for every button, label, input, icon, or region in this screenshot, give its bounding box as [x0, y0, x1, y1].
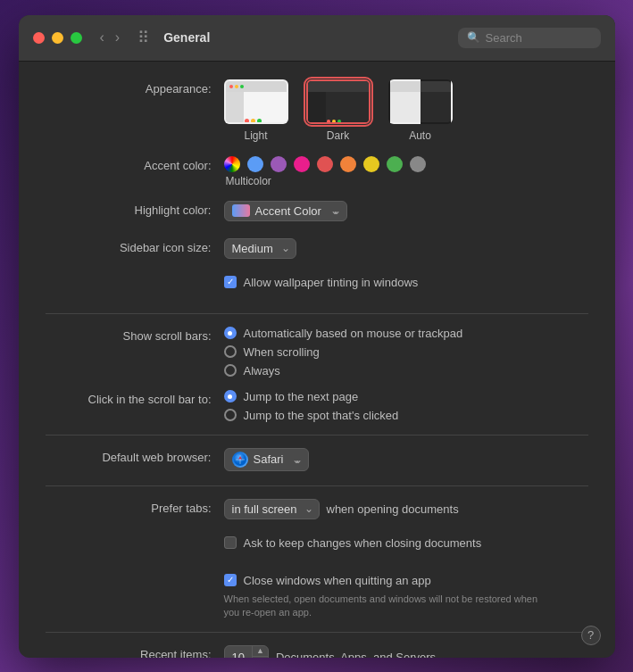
wallpaper-tinting-setting: ✓ Allow wallpaper tinting in windows — [46, 276, 588, 301]
appearance-label: Appearance: — [46, 79, 224, 97]
scroll-bars-scrolling-row[interactable]: When scrolling — [224, 345, 463, 359]
prefer-tabs-select-wrapper[interactable]: always in full screen manually — [224, 499, 320, 519]
recent-items-setting: Recent items: 10 ▲ ▼ Documents, Apps, an… — [46, 645, 588, 657]
accent-blue[interactable] — [247, 156, 263, 172]
click-spot-clicked-row[interactable]: Jump to the spot that's clicked — [224, 409, 399, 422]
recent-items-label: Recent items: — [46, 645, 224, 657]
wallpaper-tinting-content: ✓ Allow wallpaper tinting in windows — [224, 276, 588, 289]
wallpaper-tinting-label: Allow wallpaper tinting in windows — [244, 276, 419, 289]
accent-yellow[interactable] — [363, 156, 379, 172]
recent-items-value: 10 — [225, 651, 252, 658]
click-scroll-bar-setting: Click in the scroll bar to: Jump to the … — [46, 390, 588, 422]
safari-icon — [232, 452, 248, 468]
sidebar-icon-size-label: Sidebar icon size: — [46, 238, 224, 256]
ask-keep-changes-label: Ask to keep changes when closing documen… — [244, 536, 482, 550]
wallpaper-tinting-checkbox-row[interactable]: ✓ Allow wallpaper tinting in windows — [224, 276, 419, 289]
accent-green[interactable] — [387, 156, 403, 172]
accent-graphite[interactable] — [410, 156, 426, 172]
accent-red[interactable] — [317, 156, 333, 172]
prefer-tabs-setting: Prefer tabs: always in full screen manua… — [46, 499, 588, 524]
click-next-page-row[interactable]: Jump to the next page — [224, 390, 399, 403]
scroll-bars-scrolling-label: When scrolling — [244, 345, 320, 359]
scroll-bars-auto-row[interactable]: Automatically based on mouse or trackpad — [224, 327, 463, 340]
highlight-gradient — [232, 204, 250, 217]
highlight-color-value: Accent Color — [255, 204, 321, 218]
scroll-bars-scrolling-radio[interactable] — [224, 345, 237, 358]
help-button[interactable]: ? — [581, 626, 601, 645]
search-bar[interactable]: 🔍 — [458, 28, 601, 48]
accent-color-content: Multicolor — [224, 156, 588, 188]
search-input[interactable] — [486, 31, 593, 45]
maximize-button[interactable] — [71, 32, 82, 44]
close-windows-checkbox[interactable]: ✓ — [224, 574, 237, 586]
accent-purple[interactable] — [271, 156, 287, 172]
prefer-tabs-select[interactable]: always in full screen manually — [224, 499, 320, 519]
search-icon: 🔍 — [467, 31, 480, 44]
default-browser-box[interactable]: Safari ⌄ — [224, 448, 310, 471]
click-next-page-radio[interactable] — [224, 390, 237, 402]
recent-items-suffix: Documents, Apps, and Servers — [276, 651, 436, 658]
checkmark-icon: ✓ — [227, 278, 234, 286]
prefer-tabs-suffix: when opening documents — [327, 502, 459, 516]
ask-keep-changes-setting: Ask to keep changes when closing documen… — [46, 536, 588, 561]
window-inner: Appearance: — [19, 62, 615, 658]
show-scroll-bars-content: Automatically based on mouse or trackpad… — [224, 327, 588, 377]
recent-items-row: 10 ▲ ▼ Documents, Apps, and Servers — [224, 645, 437, 657]
ask-keep-changes-content: Ask to keep changes when closing documen… — [224, 536, 588, 550]
browser-chevron-icon: ⌄ — [292, 453, 301, 466]
forward-button[interactable]: › — [112, 29, 123, 46]
prefer-tabs-label: Prefer tabs: — [46, 499, 224, 517]
titlebar: ‹ › ⠿ General 🔍 — [19, 15, 615, 62]
prefer-tabs-content: always in full screen manually when open… — [224, 499, 588, 519]
scroll-bars-always-row[interactable]: Always — [224, 364, 463, 377]
highlight-color-setting: Highlight color: Accent Color ⌄ — [46, 201, 588, 226]
back-button[interactable]: ‹ — [96, 29, 108, 46]
recent-items-content: 10 ▲ ▼ Documents, Apps, and Servers — [224, 645, 588, 657]
appearance-dark-label: Dark — [327, 129, 349, 142]
show-scroll-bars-setting: Show scroll bars: Automatically based on… — [46, 327, 588, 377]
scroll-bars-always-label: Always — [244, 364, 280, 377]
close-windows-setting: ✓ Close windows when quitting an app Whe… — [46, 574, 588, 620]
recent-items-stepper[interactable]: 10 ▲ ▼ — [224, 645, 269, 657]
default-browser-value: Safari — [254, 452, 284, 466]
ask-keep-changes-checkbox[interactable] — [224, 536, 237, 549]
accent-orange[interactable] — [340, 156, 356, 172]
accent-color-label: Accent color: — [46, 156, 224, 174]
appearance-light[interactable]: Light — [224, 79, 288, 142]
close-windows-description: When selected, open documents and window… — [224, 593, 546, 620]
grid-icon: ⠿ — [137, 28, 149, 47]
sidebar-icon-size-select[interactable]: Small Medium Large — [224, 238, 296, 259]
close-checkmark-icon: ✓ — [227, 576, 234, 585]
wallpaper-tinting-checkbox[interactable]: ✓ — [224, 276, 237, 288]
click-spot-clicked-radio[interactable] — [224, 409, 237, 421]
close-windows-label: Close windows when quitting an app — [244, 574, 431, 587]
scroll-bars-radio-group: Automatically based on mouse or trackpad… — [224, 327, 463, 377]
divider-1 — [46, 313, 588, 314]
divider-3 — [46, 485, 588, 486]
scroll-bars-always-radio[interactable] — [224, 364, 237, 377]
appearance-auto[interactable]: Auto — [388, 79, 453, 142]
highlight-color-content: Accent Color ⌄ — [224, 201, 588, 221]
appearance-options: Light — [224, 79, 588, 142]
sidebar-icon-size-select-wrapper[interactable]: Small Medium Large — [224, 238, 296, 259]
accent-pink[interactable] — [294, 156, 310, 172]
minimize-button[interactable] — [52, 32, 63, 44]
highlight-color-select-wrapper[interactable]: Accent Color ⌄ — [224, 201, 347, 221]
scroll-bars-auto-radio[interactable] — [224, 327, 237, 339]
ask-keep-changes-checkbox-row[interactable]: Ask to keep changes when closing documen… — [224, 536, 482, 550]
accent-color-options — [224, 156, 426, 172]
close-button[interactable] — [33, 32, 45, 44]
close-windows-checkbox-row[interactable]: ✓ Close windows when quitting an app — [224, 574, 546, 587]
ask-keep-changes-empty-label — [46, 536, 224, 538]
click-scroll-bar-label: Click in the scroll bar to: — [46, 390, 224, 408]
settings-content: Appearance: — [19, 62, 615, 658]
highlight-color-box[interactable]: Accent Color ⌄ — [224, 201, 347, 221]
stepper-up-button[interactable]: ▲ — [253, 645, 268, 657]
default-browser-select-wrapper[interactable]: Safari ⌄ — [224, 448, 310, 471]
appearance-light-label: Light — [244, 129, 267, 142]
appearance-dark[interactable]: Dark — [306, 79, 371, 142]
accent-selected-name: Multicolor — [226, 175, 271, 187]
default-browser-content: Safari ⌄ — [224, 448, 588, 471]
stepper-arrows: ▲ ▼ — [252, 645, 268, 657]
accent-multicolor[interactable] — [224, 156, 240, 172]
